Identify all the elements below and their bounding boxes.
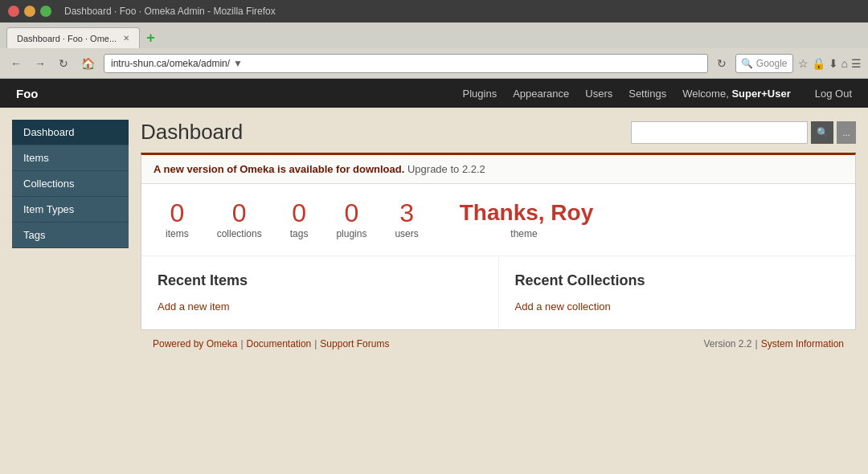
footer: Powered by Omeka | Documentation | Suppo… xyxy=(141,330,856,358)
app-body: Dashboard Items Collections Item Types T… xyxy=(0,108,868,474)
stat-plugins-number: 0 xyxy=(345,200,359,226)
stat-users: 3 users xyxy=(395,200,418,239)
home-icon[interactable]: ⌂ xyxy=(841,57,848,70)
recent-items-title: Recent Items xyxy=(158,272,482,289)
browser-tabbar: Dashboard · Foo · Ome... ✕ + xyxy=(0,22,868,48)
stat-tags: 0 tags xyxy=(290,200,309,239)
add-new-item-link[interactable]: Add a new item xyxy=(158,300,230,313)
notice-bar: A new version of Omeka is available for … xyxy=(141,155,855,184)
minimize-btn[interactable] xyxy=(24,6,35,17)
address-dropdown-icon[interactable]: ▼ xyxy=(233,58,243,69)
welcome-user: Super+User xyxy=(731,88,790,100)
thanks-label: theme xyxy=(455,228,593,239)
stat-collections: 0 collections xyxy=(217,200,262,239)
footer-right: Version 2.2 | System Information xyxy=(703,338,844,349)
stat-tags-label: tags xyxy=(290,228,309,239)
welcome-prefix: Welcome, xyxy=(682,88,729,100)
active-tab[interactable]: Dashboard · Foo · Ome... ✕ xyxy=(6,27,140,48)
address-text: intru-shun.ca/omeka/admin/ xyxy=(111,58,230,69)
stats-bar: 0 items 0 collections 0 tags 0 plugins 3 xyxy=(141,184,855,256)
stat-collections-number: 0 xyxy=(232,200,247,226)
welcome-text: Welcome, Super+User xyxy=(682,88,791,100)
nav-settings[interactable]: Settings xyxy=(628,88,666,100)
main-header: Dashboard 🔍 ... xyxy=(141,120,856,145)
home-button[interactable]: 🏠 xyxy=(77,55,99,72)
browser-toolbar: ← → ↻ 🏠 intru-shun.ca/omeka/admin/ ▼ ↻ 🔍… xyxy=(0,48,868,79)
stat-plugins-label: plugins xyxy=(336,228,366,239)
google-icon: 🔍 xyxy=(741,58,753,69)
panels: Recent Items Add a new item Recent Colle… xyxy=(141,256,855,329)
nav-plugins[interactable]: Plugins xyxy=(463,88,497,100)
support-link[interactable]: Support Forums xyxy=(320,338,389,349)
app-header: Foo Plugins Appearance Users Settings We… xyxy=(0,79,868,108)
stat-items-number: 0 xyxy=(170,200,184,226)
close-btn[interactable] xyxy=(8,6,19,17)
thanks-text: Thanks, Roy xyxy=(460,200,593,225)
browser-search-box[interactable]: 🔍 Google xyxy=(735,54,793,73)
version-text: Version 2.2 xyxy=(703,338,751,349)
powered-by-link[interactable]: Powered by Omeka xyxy=(153,338,237,349)
tab-label: Dashboard · Foo · Ome... xyxy=(17,34,117,43)
content-box: A new version of Omeka is available for … xyxy=(141,153,856,330)
documentation-link[interactable]: Documentation xyxy=(247,338,312,349)
main-content: Dashboard 🔍 ... A new version of Omeka i… xyxy=(141,120,856,462)
recent-items-panel: Recent Items Add a new item xyxy=(141,256,499,329)
stat-collections-label: collections xyxy=(217,228,262,239)
stat-users-label: users xyxy=(395,228,418,239)
footer-sep2: | xyxy=(314,338,317,349)
tab-close-icon[interactable]: ✕ xyxy=(123,34,129,43)
footer-sep1: | xyxy=(240,338,243,349)
app-nav: Plugins Appearance Users Settings Welcom… xyxy=(463,88,853,100)
lock-icon[interactable]: 🔒 xyxy=(812,57,825,70)
window-controls xyxy=(8,6,51,17)
refresh-button[interactable]: ↻ xyxy=(713,55,731,72)
system-info-link[interactable]: System Information xyxy=(761,338,844,349)
search-more-button[interactable]: ... xyxy=(837,121,856,144)
stat-plugins: 0 plugins xyxy=(336,200,366,239)
sidebar: Dashboard Items Collections Item Types T… xyxy=(12,120,129,462)
thanks-block: Thanks, Roy theme xyxy=(455,200,593,239)
reload-button[interactable]: ↻ xyxy=(55,55,72,72)
back-button[interactable]: ← xyxy=(6,55,26,72)
stat-users-number: 3 xyxy=(399,200,414,226)
stat-tags-number: 0 xyxy=(292,200,306,226)
sidebar-item-tags[interactable]: Tags xyxy=(12,223,129,248)
search-submit-button[interactable]: 🔍 xyxy=(811,121,833,144)
browser-titlebar: Dashboard · Foo · Omeka Admin - Mozilla … xyxy=(0,0,868,22)
add-new-collection-link[interactable]: Add a new collection xyxy=(515,300,611,313)
window-title: Dashboard · Foo · Omeka Admin - Mozilla … xyxy=(64,6,276,17)
stat-items: 0 items xyxy=(166,200,189,239)
app-brand[interactable]: Foo xyxy=(16,87,39,100)
forward-button[interactable]: → xyxy=(31,55,50,72)
logout-link[interactable]: Log Out xyxy=(815,88,852,100)
notice-main-text: A new version of Omeka is available for … xyxy=(154,163,404,175)
sidebar-item-dashboard[interactable]: Dashboard xyxy=(12,120,129,145)
notice-upgrade-link[interactable]: Upgrade to 2.2.2 xyxy=(407,163,485,175)
sidebar-item-item-types[interactable]: Item Types xyxy=(12,197,129,223)
footer-sep3: | xyxy=(755,338,758,349)
page-title: Dashboard xyxy=(141,120,243,145)
menu-icon[interactable]: ☰ xyxy=(851,57,862,70)
address-bar[interactable]: intru-shun.ca/omeka/admin/ ▼ xyxy=(104,54,708,73)
search-label: Google xyxy=(756,58,788,69)
sidebar-item-items[interactable]: Items xyxy=(12,145,129,171)
download-icon[interactable]: ⬇ xyxy=(829,57,838,70)
stat-items-label: items xyxy=(166,228,189,239)
maximize-btn[interactable] xyxy=(40,6,51,17)
new-tab-button[interactable]: + xyxy=(146,27,155,48)
toolbar-icons: ☆ 🔒 ⬇ ⌂ ☰ xyxy=(798,57,862,70)
search-input[interactable] xyxy=(631,121,808,144)
recent-collections-title: Recent Collections xyxy=(515,272,840,289)
nav-appearance[interactable]: Appearance xyxy=(513,88,569,100)
sidebar-item-collections[interactable]: Collections xyxy=(12,171,129,197)
search-form: 🔍 ... xyxy=(631,121,856,144)
footer-left: Powered by Omeka | Documentation | Suppo… xyxy=(153,338,389,349)
recent-collections-panel: Recent Collections Add a new collection xyxy=(499,256,856,329)
bookmark-icon[interactable]: ☆ xyxy=(798,57,809,70)
nav-users[interactable]: Users xyxy=(585,88,612,100)
